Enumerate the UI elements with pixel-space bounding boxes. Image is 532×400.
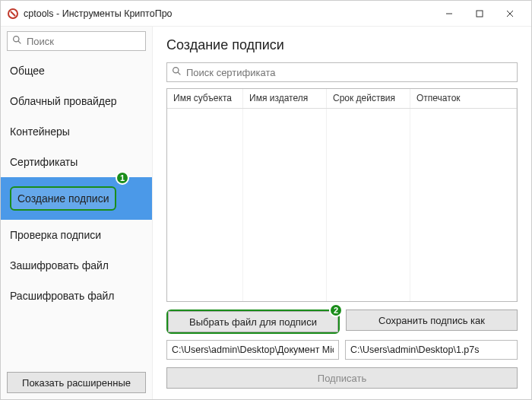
svg-point-7	[173, 68, 179, 73]
cert-search-wrap	[166, 62, 518, 82]
choose-file-button[interactable]: Выбрать файл для подписи	[168, 311, 338, 332]
table-header: Имя субъекта Имя издателя Срок действия …	[167, 89, 517, 109]
col-thumbprint[interactable]: Отпечаток	[410, 89, 517, 108]
sign-button[interactable]: Подписать	[166, 367, 518, 389]
close-button[interactable]	[495, 1, 525, 27]
show-advanced-button[interactable]: Показать расширенные	[7, 372, 146, 393]
sidebar-item-encrypt-file[interactable]: Зашифровать файл	[1, 250, 152, 281]
titlebar: cptools - Инструменты КриптоПро	[1, 1, 531, 27]
sidebar-item-cloud-provider[interactable]: Облачный провайдер	[1, 86, 152, 116]
body: Общее Облачный провайдер Контейнеры Серт…	[1, 27, 531, 399]
sidebar-search-input[interactable]	[27, 36, 154, 47]
sidebar-bottom: Показать расширенные	[1, 366, 152, 399]
col-validity[interactable]: Срок действия	[327, 89, 410, 108]
sidebar-item-general[interactable]: Общее	[1, 56, 152, 86]
search-icon	[12, 35, 22, 47]
sidebar-nav: Общее Облачный провайдер Контейнеры Серт…	[1, 56, 152, 366]
sidebar-search-box[interactable]	[7, 31, 146, 51]
save-signature-as-button[interactable]: Сохранить подпись как	[346, 310, 518, 331]
svg-line-6	[18, 41, 21, 43]
sidebar-search-wrap	[1, 27, 152, 56]
cert-search-input[interactable]	[186, 67, 512, 78]
sidebar: Общее Облачный провайдер Контейнеры Серт…	[1, 27, 153, 399]
page-title: Создание подписи	[166, 37, 518, 53]
cert-search-box[interactable]	[166, 62, 518, 82]
svg-line-8	[178, 72, 180, 75]
svg-point-5	[14, 37, 19, 42]
col-sep	[410, 109, 517, 301]
col-sep	[243, 109, 327, 301]
sidebar-item-create-signature[interactable]: Создание подписи 1	[1, 177, 152, 220]
app-icon	[7, 8, 19, 20]
sidebar-item-decrypt-file[interactable]: Расшифровать файл	[1, 281, 152, 311]
annotation-badge-1: 1	[116, 171, 129, 185]
table-body	[167, 109, 517, 301]
col-sep	[167, 109, 243, 301]
window-title: cptools - Инструменты КриптоПро	[24, 8, 434, 19]
cert-table[interactable]: Имя субъекта Имя издателя Срок действия …	[166, 88, 518, 302]
app-window: cptools - Инструменты КриптоПро Общее	[0, 0, 532, 400]
sidebar-item-verify-signature[interactable]: Проверка подписи	[1, 220, 152, 250]
maximize-button[interactable]	[464, 1, 495, 27]
sidebar-item-containers[interactable]: Контейнеры	[1, 116, 152, 147]
col-sep	[327, 109, 410, 301]
search-icon	[172, 66, 182, 78]
svg-rect-2	[477, 11, 483, 17]
output-file-path[interactable]	[345, 340, 518, 360]
sign-row: Подписать	[166, 367, 518, 389]
highlight-1: Создание подписи	[10, 186, 116, 211]
input-file-path[interactable]	[166, 340, 339, 360]
col-issuer[interactable]: Имя издателя	[243, 89, 327, 108]
highlight-2: 2 Выбрать файл для подписи	[166, 310, 340, 334]
col-subject[interactable]: Имя субъекта	[167, 89, 243, 108]
sidebar-item-certificates[interactable]: Сертификаты	[1, 147, 152, 177]
main-panel: Создание подписи Имя субъекта Имя издате…	[153, 27, 531, 399]
annotation-badge-2: 2	[329, 303, 343, 317]
file-buttons-row: 2 Выбрать файл для подписи Сохранить под…	[166, 310, 518, 334]
path-row	[166, 340, 518, 360]
minimize-button[interactable]	[434, 1, 464, 27]
